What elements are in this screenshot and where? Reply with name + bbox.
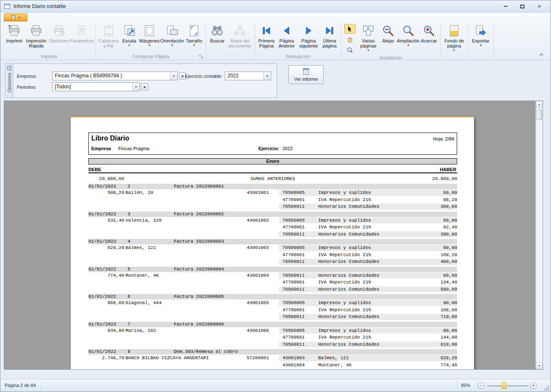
entry-number: 4 xyxy=(128,239,130,244)
alejar-button[interactable]: Alejar xyxy=(379,22,397,55)
options-tab[interactable]: Opciones xyxy=(5,64,13,98)
minimize-button[interactable] xyxy=(500,3,511,10)
zoom-tool-column xyxy=(343,22,356,55)
fondo-de-pagina-label: Fondo de página xyxy=(443,38,466,48)
journal-detail-row: 508,20Bailén, 204300100170500005Impresos… xyxy=(88,189,457,196)
maximize-button[interactable] xyxy=(517,3,528,10)
ver-informe-button[interactable]: Ver informe xyxy=(288,65,324,84)
credit-account: 70500011 xyxy=(282,231,305,238)
dialog-launcher-icon[interactable] xyxy=(198,53,204,59)
periodos-clear-button[interactable]: × xyxy=(141,83,148,90)
credit-amount: 580,00 xyxy=(402,286,457,293)
periodos-combobox[interactable]: [Todos] ▼ xyxy=(52,82,140,91)
exportar-button[interactable]: Exportar ▼ xyxy=(470,22,492,53)
credit-description: Honorarios Comunidades xyxy=(318,313,379,320)
empresa-combobox[interactable]: Fincas Pragma ( B58959784 ) ▼ xyxy=(52,72,178,80)
vertical-scrollbar[interactable]: ▲ ▼ xyxy=(535,101,543,369)
window-controls: × xyxy=(500,3,547,10)
tamano-button[interactable]: Tamaño ▼ xyxy=(184,22,204,53)
scale-icon xyxy=(123,24,136,37)
debit-account: 43001003 xyxy=(247,244,269,252)
impresion-rapida-label: Impresión Rápida xyxy=(24,38,48,48)
imprimir-label: Imprimir xyxy=(6,38,23,43)
group-label-imprimir: Imprimir xyxy=(5,53,94,60)
ampliacion-button[interactable]: Ampliación ▼ xyxy=(397,22,419,55)
margenes-button[interactable]: Márgenes ▼ xyxy=(139,22,160,53)
options-tab-label: Opciones xyxy=(7,73,12,92)
scrollbar-thumb[interactable] xyxy=(536,110,542,120)
debit-account: 43001002 xyxy=(247,217,269,224)
credit-account: 70500005 xyxy=(282,217,305,224)
debit-description: Muntaner, 46 xyxy=(125,272,159,279)
imprimir-button[interactable]: ? Imprimir xyxy=(5,22,24,53)
pagina-anterior-label: Página Anterior xyxy=(277,38,297,48)
document-icon xyxy=(11,15,16,20)
report-title: Libro Diario xyxy=(91,135,129,142)
credit-description: Balmes, 121 xyxy=(318,355,349,362)
pagina-siguiente-button[interactable]: Página siguiente xyxy=(297,22,320,53)
svg-text:?: ? xyxy=(80,27,83,33)
acercar-label: Acercar xyxy=(421,38,437,43)
acercar-button[interactable]: Acercar xyxy=(419,22,439,55)
hand-tool-button[interactable] xyxy=(344,34,356,44)
credit-description: Impresos y suplidos xyxy=(318,299,371,307)
zoom-out-button[interactable]: − xyxy=(478,382,484,389)
ribbon-group-fondo-de-pagina: Fondo de página ▼ xyxy=(441,22,467,60)
buscar-label: Buscar xyxy=(210,38,224,43)
ejercicio-combobox[interactable]: 2022 ▼ xyxy=(225,72,271,80)
print-preview-area[interactable]: Libro Diario Hoja: 2/84 Empresa Fincas P… xyxy=(4,101,543,370)
close-button[interactable]: × xyxy=(534,3,545,10)
ejercicio-field-label: Ejercicio contable: xyxy=(185,74,222,79)
entry-number: 6 xyxy=(128,294,130,299)
credit-amount: 710,00 xyxy=(402,313,457,320)
empresa-dropdown-arrow-icon[interactable]: ▼ xyxy=(170,72,177,80)
zoom-tool-button[interactable] xyxy=(344,45,356,55)
impresion-rapida-button[interactable]: Impresión Rápida xyxy=(24,22,48,53)
scroll-down-icon[interactable]: ▼ xyxy=(536,362,543,369)
sheet-reference: Hoja: 2/84 xyxy=(433,136,454,141)
periodos-value: [Todos] xyxy=(53,83,132,91)
journal-detail-row: 47700001IVA Repercutido 21%109,20 xyxy=(88,252,457,259)
group-label-ampliacion: Ampliación xyxy=(343,55,439,61)
debit-amount: 508,20 xyxy=(88,189,124,196)
ribbon-group-navegacion: Primera Página Página Anterior Página si… xyxy=(256,22,341,60)
zoom-in-icon xyxy=(423,24,435,37)
journal-detail-row: 47700001IVA Repercutido 21%134,40 xyxy=(88,279,457,286)
escala-button[interactable]: Escala ▼ xyxy=(120,22,139,53)
zoom-percentage: 85% xyxy=(461,383,470,388)
group-label-navegacion: Navegación xyxy=(257,53,339,60)
credit-amount: 50,00 xyxy=(402,217,457,224)
header-footer-icon xyxy=(102,24,115,37)
resize-grip-icon[interactable] xyxy=(544,385,549,390)
orientacion-button[interactable]: Orientación ▼ xyxy=(160,22,184,53)
primera-pagina-button[interactable]: Primera Página xyxy=(257,22,276,53)
last-page-icon xyxy=(324,24,335,37)
pointer-tool-button[interactable] xyxy=(344,24,356,34)
zoom-slider-track[interactable] xyxy=(487,385,528,387)
application-menu-button[interactable]: ▼ xyxy=(4,13,27,21)
journal-detail-row: 532,40Valencia, 2204300100270500005Impre… xyxy=(88,217,457,224)
credit-account: 43001004 xyxy=(282,362,305,369)
credit-description: IVA Repercutido 21% xyxy=(318,279,371,286)
hand-tool-icon xyxy=(346,36,353,43)
pagina-anterior-button[interactable]: Página Anterior xyxy=(276,22,297,53)
margins-icon xyxy=(143,24,156,37)
entry-date: 01/01/2022 xyxy=(88,212,116,217)
collapse-ribbon-button[interactable] xyxy=(536,51,546,58)
buscar-button[interactable]: Buscar xyxy=(208,22,227,53)
zoom-in-button[interactable]: + xyxy=(530,382,537,389)
debit-account: 43001004 xyxy=(247,272,269,279)
periodos-dropdown-arrow-icon[interactable]: ▼ xyxy=(132,83,139,91)
zoom-slider-thumb[interactable] xyxy=(502,382,506,389)
entry-description: Factura 2022000001 xyxy=(174,184,224,189)
primera-pagina-label: Primera Página xyxy=(257,38,276,48)
orientacion-label: Orientación xyxy=(160,38,184,43)
month-header: Enero xyxy=(88,158,457,164)
ultima-pagina-button[interactable]: Última página xyxy=(320,22,339,53)
scroll-up-icon[interactable]: ▲ xyxy=(536,101,543,108)
entry-date: 01/01/2022 xyxy=(88,294,116,299)
credit-amount: 774,40 xyxy=(402,362,457,369)
varias-paginas-button[interactable]: Varias páginas ▼ xyxy=(358,22,379,55)
ejercicio-dropdown-arrow-icon[interactable]: ▼ xyxy=(264,72,271,80)
fondo-de-pagina-button[interactable]: Fondo de página ▼ xyxy=(442,22,466,53)
